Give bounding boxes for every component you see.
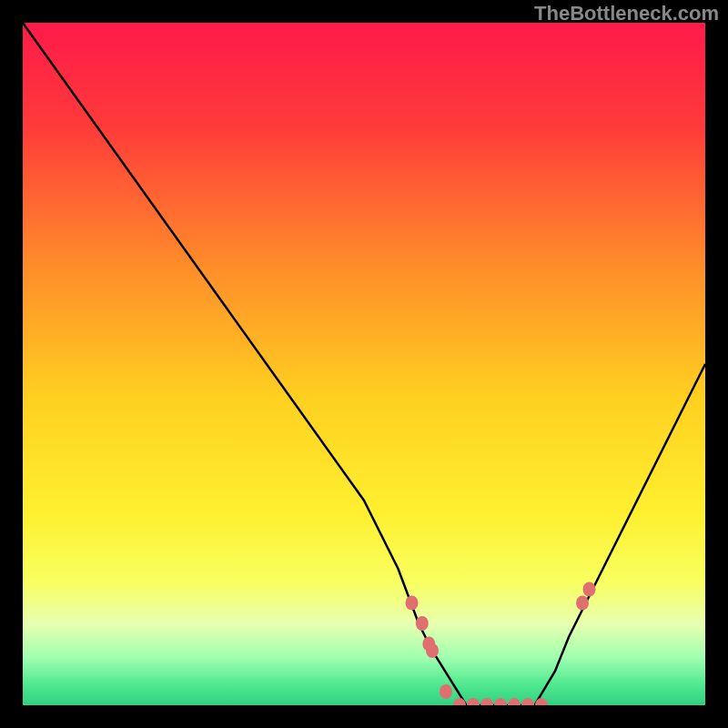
chart-plot-area — [23, 23, 705, 705]
bottleneck-chart — [23, 23, 705, 705]
marker-dot — [576, 596, 589, 611]
marker-dot — [426, 643, 439, 658]
marker-dot — [416, 616, 429, 631]
marker-dot — [583, 582, 596, 597]
marker-dot — [440, 684, 452, 699]
branding-text: TheBottleneck.com — [534, 2, 719, 25]
marker-dot — [406, 596, 419, 611]
gradient-background — [23, 23, 705, 705]
